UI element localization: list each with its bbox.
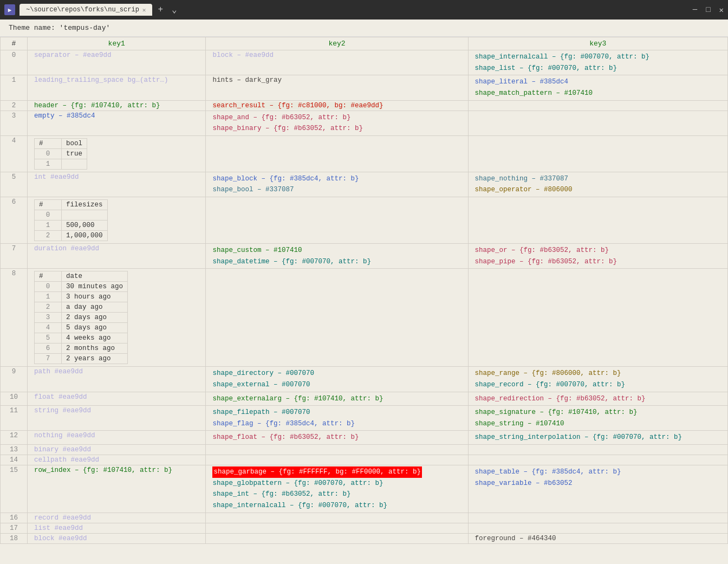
window-controls: ─ □ ✕ — [693, 5, 724, 15]
row-number: 9 — [1, 367, 28, 392]
key1-cell: duration #eae9dd — [28, 244, 206, 269]
table-cell: shape_block – {fg: #385dc4, attr: b}shap… — [206, 172, 468, 197]
key1-cell: empty – #385dc4 — [28, 111, 206, 135]
col-header-key2: key2 — [206, 37, 468, 50]
table-cell: shape_nothing – #337087shape_operator – … — [468, 172, 727, 197]
table-row: 18block #eae9ddforeground – #464340 — [1, 533, 728, 543]
key1-cell: string #eae9dd — [28, 406, 206, 431]
row-number: 12 — [1, 431, 28, 445]
nested-table-cell: #date030 minutes ago13 hours ago2a day a… — [28, 269, 206, 367]
table-row: 14cellpath #eae9dd — [1, 455, 728, 465]
titlebar: ▶ ~\source\repos\forks\nu_scrip ✕ + ⌄ ─ … — [0, 0, 728, 20]
key3-cell — [468, 111, 727, 135]
key1-cell: separator – #eae9dd — [28, 50, 206, 75]
table-row: 6#filesizes01500,00021,000,000 — [1, 197, 728, 244]
key1-cell: float #eae9dd — [28, 392, 206, 406]
row-number: 2 — [1, 100, 28, 111]
table-cell: shape_filepath – #007070shape_flag – {fg… — [206, 406, 468, 431]
row-number: 16 — [1, 513, 28, 523]
new-tab-button[interactable]: + — [154, 4, 166, 16]
table-row: 5int #eae9ddshape_block – {fg: #385dc4, … — [1, 172, 728, 197]
row-number: 17 — [1, 523, 28, 533]
table-cell: shape_signature – {fg: #107410, attr: b}… — [468, 406, 727, 431]
key1-cell: binary #eae9dd — [28, 445, 206, 455]
key2-cell — [206, 197, 468, 244]
col-header-num: # — [1, 37, 28, 50]
table-row: 9path #eae9ddshape_directory – #007070sh… — [1, 367, 728, 392]
row-number: 8 — [1, 269, 28, 367]
key2-cell: shape_garbage – {fg: #FFFFFF, bg: #FF000… — [206, 465, 468, 513]
col-header-key1: key1 — [28, 37, 206, 50]
theme-name-line: Theme name: 'tempus-day' — [0, 20, 728, 37]
row-number: 11 — [1, 406, 28, 431]
key2-cell: block – #eae9dd — [206, 50, 468, 75]
tab[interactable]: ~\source\repos\forks\nu_scrip ✕ — [20, 4, 152, 16]
key1-cell: int #eae9dd — [28, 172, 206, 197]
table-cell: shape_or – {fg: #b63052, attr: b}shape_p… — [468, 244, 727, 269]
row-number: 15 — [1, 465, 28, 513]
row-number: 14 — [1, 455, 28, 465]
table-row: 11string #eae9ddshape_filepath – #007070… — [1, 406, 728, 431]
key3-cell — [468, 455, 727, 465]
key3-cell — [468, 197, 727, 244]
main-table: # key1 key2 key3 0separator – #eae9ddblo… — [0, 37, 728, 544]
key3-cell — [468, 513, 727, 523]
table-row: 7duration #eae9ddshape_custom – #107410s… — [1, 244, 728, 269]
content-area: Theme name: 'tempus-day' # key1 key2 key… — [0, 20, 728, 564]
key3-cell — [468, 523, 727, 533]
table-row: 8#date030 minutes ago13 hours ago2a day … — [1, 269, 728, 367]
key1-cell: leading_trailing_space bg…(attr…) — [28, 75, 206, 100]
key3-cell — [468, 269, 727, 367]
col-header-key3: key3 — [468, 37, 727, 50]
close-button[interactable]: ✕ — [719, 5, 724, 15]
key1-cell: block #eae9dd — [28, 533, 206, 543]
key2-cell: search_result – {fg: #c81000, bg: #eae9d… — [206, 100, 468, 111]
key2-cell — [206, 513, 468, 523]
table-cell: shape_string_interpolation – {fg: #00707… — [468, 431, 727, 445]
key2-cell: hints – dark_gray — [206, 75, 468, 100]
table-row: 3empty – #385dc4shape_and – {fg: #b63052… — [1, 111, 728, 135]
key1-cell: nothing #eae9dd — [28, 431, 206, 445]
row-number: 1 — [1, 75, 28, 100]
key2-cell — [206, 523, 468, 533]
table-cell: shape_literal – #385dc4shape_match_patte… — [468, 75, 727, 100]
row-number: 0 — [1, 50, 28, 75]
table-row: 13binary #eae9dd — [1, 445, 728, 455]
key2-cell — [206, 269, 468, 367]
table-cell: shape_float – {fg: #b63052, attr: b} — [206, 431, 468, 445]
row-number: 7 — [1, 244, 28, 269]
row-number: 6 — [1, 197, 28, 244]
table-cell: shape_redirection – {fg: #b63052, attr: … — [468, 392, 727, 406]
key1-cell: row_index – {fg: #107410, attr: b} — [28, 465, 206, 513]
key1-cell: header – {fg: #107410, attr: b} — [28, 100, 206, 111]
table-row: 12nothing #eae9ddshape_float – {fg: #b63… — [1, 431, 728, 445]
table-row: 15row_index – {fg: #107410, attr: b}shap… — [1, 465, 728, 513]
row-number: 5 — [1, 172, 28, 197]
row-number: 13 — [1, 445, 28, 455]
key3-cell — [468, 100, 727, 111]
row-number: 3 — [1, 111, 28, 135]
table-row: 4#bool0true1 — [1, 135, 728, 172]
table-row: 16record #eae9dd — [1, 513, 728, 523]
dropdown-button[interactable]: ⌄ — [168, 3, 180, 16]
table-row: 17list #eae9dd — [1, 523, 728, 533]
table-row: 0separator – #eae9ddblock – #eae9ddshape… — [1, 50, 728, 75]
table-cell: shape_table – {fg: #385dc4, attr: b}shap… — [468, 465, 727, 513]
minimize-button[interactable]: ─ — [693, 5, 697, 15]
key1-cell: list #eae9dd — [28, 523, 206, 533]
row-number: 4 — [1, 135, 28, 172]
table-cell: shape_directory – #007070shape_external … — [206, 367, 468, 392]
key3-cell — [468, 445, 727, 455]
key1-cell: cellpath #eae9dd — [28, 455, 206, 465]
window: ▶ ~\source\repos\forks\nu_scrip ✕ + ⌄ ─ … — [0, 0, 728, 564]
key1-cell: path #eae9dd — [28, 367, 206, 392]
app-icon: ▶ — [4, 4, 15, 15]
tab-close-icon[interactable]: ✕ — [142, 7, 146, 14]
maximize-button[interactable]: □ — [706, 5, 710, 15]
table-cell: shape_internalcall – {fg: #007070, attr:… — [468, 50, 727, 75]
key2-cell — [206, 445, 468, 455]
row-number: 18 — [1, 533, 28, 543]
table-cell: shape_custom – #107410shape_datetime – {… — [206, 244, 468, 269]
tab-label: ~\source\repos\forks\nu_scrip — [26, 6, 139, 14]
row-number: 10 — [1, 392, 28, 406]
